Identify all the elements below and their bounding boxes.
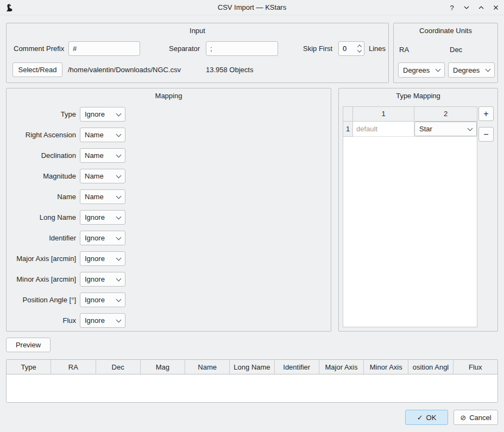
ra-units-value: Degrees	[403, 66, 430, 74]
chevron-down-icon	[116, 296, 122, 302]
preview-column-flux[interactable]: Flux	[453, 360, 497, 374]
preview-column-identifier[interactable]: Identifier	[275, 360, 319, 374]
preview-column-long-name[interactable]: Long Name	[230, 360, 274, 374]
titlebar[interactable]: CSV Import — KStars ?	[0, 0, 504, 15]
select-read-button[interactable]: Select/Read	[12, 62, 62, 77]
minimize-icon	[463, 4, 470, 11]
mapping-select-type[interactable]: Ignore	[80, 107, 125, 122]
skip-first-input[interactable]	[339, 42, 355, 55]
add-row-button[interactable]: +	[478, 106, 494, 121]
comment-prefix-label: Comment Prefix	[14, 41, 64, 56]
preview-button[interactable]: Preview	[6, 338, 51, 352]
preview-column-major-axis[interactable]: Major Axis	[319, 360, 364, 374]
mapping-select-declination[interactable]: Name	[80, 148, 125, 163]
mapping-row: Minor Axis [arcmin] Ignore	[7, 272, 331, 287]
mapping-value-right-ascension: Name	[85, 131, 104, 139]
column-header-2[interactable]: 2	[414, 107, 477, 121]
help-icon: ?	[450, 4, 453, 12]
mapping-row: Flux Ignore	[7, 313, 331, 328]
mapping-select-name[interactable]: Name	[80, 189, 125, 204]
mapping-select-flux[interactable]: Ignore	[80, 313, 125, 328]
mapping-select-long-name[interactable]: Ignore	[80, 210, 125, 225]
cancel-icon: ⊘	[460, 414, 466, 422]
lines-label: Lines	[369, 41, 386, 56]
row-header-1[interactable]: 1	[343, 122, 353, 137]
preview-table-header: Type RA Dec Mag Name Long Name Identifie…	[7, 360, 497, 374]
mapping-row: Type Ignore	[7, 107, 331, 122]
preview-column-position-angle[interactable]: osition Angl	[408, 360, 453, 374]
type-mapping-cell-default[interactable]: default	[353, 122, 414, 137]
chevron-down-icon	[116, 173, 122, 178]
maximize-button[interactable]	[476, 3, 486, 12]
mapping-select-minor-axis[interactable]: Ignore	[80, 272, 125, 287]
dec-label: Dec	[450, 42, 462, 57]
mapping-value-name: Name	[85, 193, 104, 201]
chevron-down-icon	[468, 125, 473, 131]
mapping-select-position-angle[interactable]: Ignore	[80, 293, 125, 307]
preview-column-type[interactable]: Type	[7, 360, 51, 374]
chevron-down-icon	[116, 255, 122, 261]
separator-input[interactable]	[206, 41, 278, 56]
mapping-select-major-axis[interactable]: Ignore	[80, 251, 125, 266]
chevron-down-icon	[116, 152, 122, 157]
window-title: CSV Import — KStars	[0, 0, 504, 15]
mapping-label-name: Name	[7, 189, 76, 204]
dec-units-select[interactable]: Degrees	[448, 62, 495, 78]
mapping-select-identifier[interactable]: Ignore	[80, 231, 125, 245]
mapping-row: Right Ascension Name	[7, 128, 331, 142]
preview-column-name[interactable]: Name	[185, 360, 230, 374]
objects-count-label: 13.958 Objects	[206, 62, 253, 77]
mapping-row: Long Name Ignore	[7, 210, 331, 225]
type-mapping-title: Type Mapping	[339, 92, 497, 100]
mapping-row: Position Angle [°] Ignore	[7, 293, 331, 307]
close-button[interactable]	[491, 3, 501, 12]
column-header-1[interactable]: 1	[353, 107, 414, 121]
type-mapping-type-select[interactable]: Star	[414, 122, 477, 136]
minimize-button[interactable]	[462, 3, 471, 12]
preview-column-ra[interactable]: RA	[51, 360, 96, 374]
file-path-label: /home/valentin/Downloads/NGC.csv	[68, 62, 181, 77]
mapping-value-major-axis: Ignore	[85, 255, 105, 263]
mapping-row: Name Name	[7, 189, 331, 204]
type-mapping-header-row: 1 2	[343, 107, 477, 122]
mapping-label-type: Type	[7, 107, 76, 122]
ok-button[interactable]: ✓ OK	[405, 410, 448, 425]
separator-label: Separator	[169, 41, 200, 56]
preview-column-mag[interactable]: Mag	[141, 360, 185, 374]
spin-down-icon[interactable]	[357, 48, 362, 52]
preview-table: Type RA Dec Mag Name Long Name Identifie…	[6, 359, 498, 403]
skip-first-spinbox[interactable]	[338, 41, 364, 56]
mapping-label-right-ascension: Right Ascension	[7, 128, 76, 142]
mapping-value-type: Ignore	[85, 110, 105, 118]
coordinate-units-title: Coordinate Units	[394, 27, 497, 35]
mapping-value-flux: Ignore	[85, 316, 105, 325]
cancel-button[interactable]: ⊘ Cancel	[453, 410, 498, 425]
maximize-icon	[478, 4, 484, 11]
preview-column-dec[interactable]: Dec	[96, 360, 141, 374]
mapping-select-right-ascension[interactable]: Name	[80, 128, 125, 142]
mapping-row: Declination Name	[7, 148, 331, 163]
remove-row-button[interactable]: −	[478, 127, 494, 142]
preview-column-minor-axis[interactable]: Minor Axis	[364, 360, 408, 374]
comment-prefix-input[interactable]	[68, 41, 140, 56]
dec-units-value: Degrees	[453, 66, 480, 74]
ok-button-label: OK	[426, 414, 437, 422]
mapping-label-position-angle: Position Angle [°]	[7, 293, 76, 307]
chevron-down-icon	[436, 67, 441, 72]
chevron-down-icon	[116, 193, 122, 199]
mapping-label-identifier: Identifier	[7, 231, 76, 245]
help-button[interactable]: ?	[447, 3, 457, 12]
mapping-label-magnitude: Magnitude	[7, 169, 76, 183]
mapping-label-declination: Declination	[7, 148, 76, 163]
spinbox-buttons	[355, 42, 364, 55]
input-groupbox: Input Comment Prefix Separator Skip Firs…	[6, 23, 389, 83]
type-mapping-type-value: Star	[419, 125, 432, 133]
ra-units-select[interactable]: Degrees	[398, 62, 445, 78]
input-group-title: Input	[7, 27, 388, 35]
skip-first-label: Skip First	[303, 41, 332, 56]
mapping-value-long-name: Ignore	[85, 213, 105, 221]
mapping-select-magnitude[interactable]: Name	[80, 169, 125, 183]
type-mapping-empty-area	[343, 137, 477, 327]
mapping-group-title: Mapping	[7, 92, 331, 100]
mapping-label-flux: Flux	[7, 313, 76, 328]
